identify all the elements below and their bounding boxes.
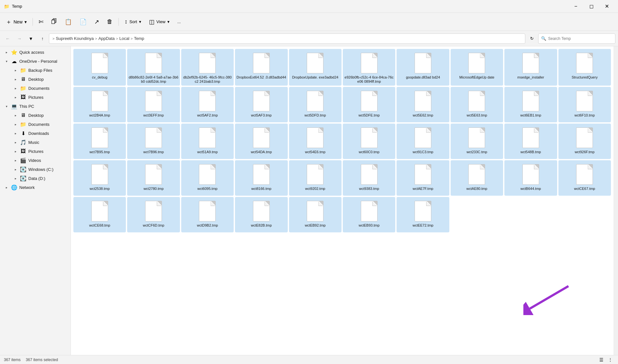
file-item[interactable]: goopdate.dll3ad bd24: [397, 49, 449, 86]
file-item[interactable]: wct5DFD.tmp: [289, 87, 342, 122]
file-item[interactable]: wctE82B.tmp: [235, 197, 287, 232]
file-item[interactable]: wct9202.tmp: [289, 160, 342, 196]
file-item[interactable]: wct8166.tmp: [235, 160, 287, 196]
file-item[interactable]: wct91C3.tmp: [397, 124, 449, 159]
view-button[interactable]: ◫ View ▾: [146, 15, 173, 28]
delete-button[interactable]: 🗑: [104, 15, 116, 28]
file-item[interactable]: wct6095.tmp: [181, 160, 234, 196]
sidebar-item-od-desktop[interactable]: ▸ 🖥 Desktop: [1, 75, 69, 84]
list-view-button[interactable]: ☰: [597, 356, 605, 364]
sidebar-item-pictures[interactable]: ▸ 🖼 Pictures: [1, 147, 69, 156]
sidebar-item-backup-files[interactable]: ▸ 📁 Backup Files: [1, 66, 69, 75]
file-name: wct2780.tmp: [144, 187, 164, 191]
file-item[interactable]: wct9383.tmp: [343, 160, 395, 196]
file-item[interactable]: wctAE80.tmp: [451, 160, 503, 196]
new-button[interactable]: ＋ New ▾: [3, 15, 30, 28]
restore-button[interactable]: ◻: [584, 1, 599, 12]
file-item[interactable]: wct5AF3.tmp: [235, 87, 287, 122]
sidebar-item-videos[interactable]: ▸ 🎬 Videos: [1, 156, 69, 165]
share-button[interactable]: ↗: [91, 15, 102, 28]
breadcrumb-item-0[interactable]: Supreeth Koundinya: [56, 36, 94, 41]
file-item[interactable]: wct5E63.tmp: [451, 87, 503, 122]
file-item[interactable]: wctEB93.tmp: [343, 197, 395, 232]
more-button[interactable]: ...: [174, 15, 184, 28]
file-item[interactable]: wct3EFF.tmp: [127, 87, 180, 122]
file-name: wctE82B.tmp: [251, 223, 272, 228]
file-item[interactable]: wct2780.tmp: [127, 160, 180, 196]
file-item[interactable]: wct5AF2.tmp: [181, 87, 234, 122]
sidebar-item-onedrive[interactable]: ▾ ☁ OneDrive - Personal: [1, 57, 69, 66]
file-icon: [415, 127, 431, 148]
file-icon-wrap: [144, 89, 163, 113]
sidebar-item-od-documents[interactable]: ▸ 📁 Documents: [1, 84, 69, 93]
file-item[interactable]: db2ef92b-6245- 46c5-9fcc-380c2 241bab3.t…: [181, 49, 234, 86]
file-item[interactable]: wct54DA.tmp: [235, 124, 287, 159]
selected-count: 367 items selected: [26, 358, 58, 362]
file-item[interactable]: d8b86c82-2e6f-4 5a8-a7ae-3b6b0 cdd52dc.t…: [127, 49, 180, 86]
breadcrumb-item-2[interactable]: Local: [119, 36, 129, 41]
file-item[interactable]: wct926F.tmp: [558, 124, 611, 159]
copy-button[interactable]: 🗍: [48, 15, 60, 28]
file-item[interactable]: wctAE7F.tmp: [397, 160, 449, 196]
file-item[interactable]: wct548B.tmp: [504, 124, 557, 159]
file-item[interactable]: wct2B4A.tmp: [73, 87, 126, 122]
windows-c-icon: 💽: [20, 166, 26, 173]
paste-button[interactable]: 📋: [61, 15, 75, 28]
search-input[interactable]: [548, 36, 613, 41]
file-item[interactable]: wct6EB1.tmp: [504, 87, 557, 122]
sidebar-item-desktop[interactable]: ▸ 🖥 Desktop: [1, 111, 69, 120]
up-button[interactable]: ↑: [37, 33, 48, 44]
close-button[interactable]: ✕: [599, 1, 614, 12]
sidebar-item-music[interactable]: ▸ 🎵 Music: [1, 138, 69, 147]
file-item[interactable]: StructuredQuery: [558, 49, 611, 86]
file-item[interactable]: wctEE72.tmp: [397, 197, 449, 232]
file-item[interactable]: msedge_installer: [504, 49, 557, 86]
file-item[interactable]: wct7B96.tmp: [127, 124, 180, 159]
minimize-button[interactable]: −: [568, 1, 583, 12]
file-item[interactable]: wct54E6.tmp: [289, 124, 342, 159]
sidebar-item-quick-access[interactable]: ▸ ⭐ Quick access: [1, 48, 69, 57]
sort-button[interactable]: ↕ Sort ▾: [121, 15, 145, 28]
back-button[interactable]: ←: [3, 33, 13, 44]
sidebar-item-data-d[interactable]: ▸ 💽 Data (D:): [1, 174, 69, 183]
breadcrumb-item-1[interactable]: AppData: [98, 36, 115, 41]
sidebar-item-od-pictures[interactable]: ▸ 🖼 Pictures: [1, 93, 69, 102]
sidebar-item-documents[interactable]: ▸ 📁 Documents: [1, 120, 69, 129]
breadcrumb-item-3[interactable]: Temp: [134, 36, 144, 41]
file-icon-wrap: [575, 89, 594, 113]
file-item[interactable]: wct5DFE.tmp: [343, 87, 395, 122]
file-item[interactable]: e926b0fb-c52c-4 6ce-84ca-76ce06 0894ff.t…: [343, 49, 395, 86]
file-item[interactable]: wct2538.tmp: [73, 160, 126, 196]
file-item[interactable]: wct5E62.tmp: [397, 87, 449, 122]
file-icon: [253, 164, 270, 185]
file-name: wctEB92.tmp: [305, 223, 326, 228]
cut-button[interactable]: ✄: [35, 15, 47, 28]
file-icon: [522, 127, 539, 148]
scrollbar[interactable]: [613, 46, 618, 355]
refresh-button[interactable]: ↻: [527, 33, 537, 44]
file-item[interactable]: wct233C.tmp: [451, 124, 503, 159]
recent-locations-button[interactable]: ▼: [26, 33, 36, 44]
file-item[interactable]: wctCF6D.tmp: [127, 197, 180, 232]
file-item[interactable]: cv_debug: [73, 49, 126, 86]
rename-button[interactable]: 📄: [76, 15, 90, 28]
file-item[interactable]: wctB644.tmp: [504, 160, 557, 196]
file-item[interactable]: wctD9B2.tmp: [181, 197, 234, 232]
file-item[interactable]: DropboxUpdate. exe3adbd24: [289, 49, 342, 86]
file-item[interactable]: wctCE67.tmp: [558, 160, 611, 196]
file-item[interactable]: wctCE68.tmp: [73, 197, 126, 232]
forward-button[interactable]: →: [14, 33, 24, 44]
file-item[interactable]: wct51A9.tmp: [181, 124, 234, 159]
file-item[interactable]: DropboxExt64.52 .0.dll3adbd44: [235, 49, 287, 86]
sidebar-item-network[interactable]: ▸ 🌐 Network: [1, 183, 69, 192]
file-item[interactable]: wctEB92.tmp: [289, 197, 342, 232]
grid-view-button[interactable]: ⋮: [606, 356, 614, 364]
file-item[interactable]: wct7B95.tmp: [73, 124, 126, 159]
sidebar-item-this-pc[interactable]: ▾ 💻 This PC: [1, 102, 69, 111]
sidebar-item-windows-c[interactable]: ▸ 💽 Windows (C:): [1, 165, 69, 174]
sidebar-item-downloads[interactable]: ▸ ⬇ Downloads: [1, 129, 69, 138]
music-icon: 🎵: [20, 139, 26, 145]
file-item[interactable]: MicrosoftEdgeUp date: [451, 49, 503, 86]
file-item[interactable]: wct60C0.tmp: [343, 124, 395, 159]
file-item[interactable]: wct6F10.tmp: [558, 87, 611, 122]
